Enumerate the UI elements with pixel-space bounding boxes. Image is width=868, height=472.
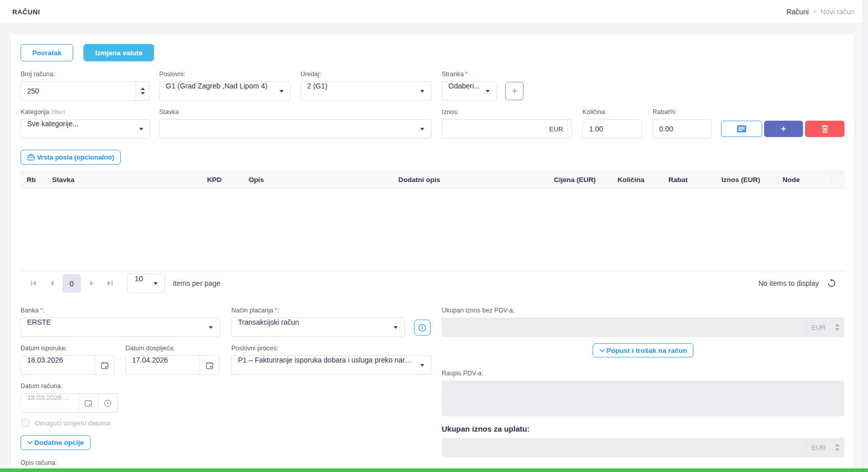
banka-value: ERSTE [21, 318, 209, 336]
iznos-spinner[interactable] [567, 120, 572, 138]
nacin-placanja-select[interactable]: Transakcijski račun [231, 318, 405, 337]
change-currency-button[interactable]: Izmjena valute [83, 44, 154, 61]
bez-pdv-value [442, 318, 806, 336]
add-item-button[interactable]: + [764, 121, 803, 137]
poslovni-proces-select[interactable]: P1 – Fakturiranje isporuka dobara i uslu… [231, 355, 431, 375]
breadcrumb: Računi > Novi račun [786, 8, 855, 16]
poslovni-label: Poslovni: [159, 71, 291, 78]
col-dodatni-opis[interactable]: Dodatni opis [392, 171, 548, 189]
datum-dospijeca-input[interactable]: 17.04.2026 [125, 355, 220, 375]
col-kolicina[interactable]: Količina [612, 171, 662, 189]
chevron-down-icon [420, 364, 424, 367]
kolicina-input[interactable] [582, 119, 642, 139]
rabat-input[interactable] [653, 119, 712, 139]
col-cijena[interactable]: Cijena (EUR) [548, 171, 611, 189]
za-uplatu-spinner [831, 438, 844, 457]
col-spacer [832, 171, 844, 189]
za-uplatu-input: EUR [442, 438, 844, 457]
clock-icon [98, 394, 117, 412]
datum-isporuke-label: Datum isporuke: [20, 345, 115, 352]
poslovni-proces-value: P1 – Fakturiranje isporuka dobara i uslu… [232, 356, 420, 374]
calendar-icon[interactable] [200, 356, 219, 374]
empty-message: No items to display [758, 279, 819, 287]
iznos-value[interactable] [442, 120, 547, 138]
rabat-label: Rabat%: [653, 108, 712, 116]
items-per-page-label: items per page [173, 279, 221, 287]
prev-page-button[interactable] [44, 276, 59, 291]
col-kpd[interactable]: KPD [201, 171, 243, 189]
col-node[interactable]: Node [776, 171, 832, 189]
briefcase-icon [27, 154, 35, 161]
raspis-pdv-label: Raspis PDV-a: [442, 370, 844, 377]
kolicina-value[interactable] [583, 120, 642, 138]
chevron-down-icon [27, 441, 33, 444]
datum-racuna-input: 18.03.2026 15:43 [20, 393, 118, 413]
enable-date-edit-row: Omogući izmjenu datuma [21, 419, 431, 427]
nacin-placanja-label: Način plaćanja*: [231, 307, 405, 314]
current-page-button[interactable]: 0 [62, 274, 81, 293]
stranka-select[interactable]: Odaberi... [442, 81, 497, 101]
broj-racuna-label: Broj računa: [20, 71, 149, 78]
kategorija-select[interactable]: Sve kategorije... [20, 119, 150, 139]
trash-icon [821, 125, 829, 133]
enable-date-edit-checkbox[interactable] [21, 419, 30, 427]
add-stranka-button[interactable]: + [505, 82, 524, 100]
poslovni-select[interactable]: G1 (Grad Zagreb ,Nad Lipom 4) [159, 81, 291, 101]
chevron-down-icon [279, 90, 284, 93]
dodatne-opcije-button[interactable]: Dodatne opcije [20, 435, 91, 450]
vrsta-posla-button[interactable]: Vrsta posla (opcionalno) [20, 150, 121, 165]
chevron-down-icon [209, 326, 213, 329]
calendar-icon[interactable] [95, 356, 114, 374]
bottom-section: Banka*: ERSTE Način plaćanja*: Transakci… [20, 307, 844, 472]
stavka-select[interactable] [159, 119, 431, 139]
delete-item-button[interactable] [805, 121, 844, 137]
col-iznos[interactable]: Iznos (EUR) [715, 171, 776, 189]
za-uplatu-currency: EUR [806, 443, 831, 453]
col-stavka[interactable]: Stavka [46, 171, 201, 189]
page-size-value: 10 [127, 274, 154, 293]
uredaj-label: Uredaj: [300, 71, 431, 78]
kolicina-label: Količina: [582, 108, 642, 116]
col-opis[interactable]: Opis [243, 171, 393, 189]
back-button[interactable]: Povratak [20, 44, 73, 61]
breadcrumb-separator: > [813, 8, 816, 15]
poslovni-value: G1 (Grad Zagreb ,Nad Lipom 4) [160, 82, 279, 100]
last-page-button[interactable] [102, 276, 118, 291]
datum-isporuke-input[interactable]: 18.03.2026 [20, 355, 115, 375]
col-rabat[interactable]: Rabat [662, 171, 715, 189]
bez-pdv-spinner [831, 318, 844, 336]
iznos-label: Iznos: [442, 108, 572, 116]
action-row: Povratak Izmjena valute [20, 44, 844, 61]
payment-column: Banka*: ERSTE Način plaćanja*: Transakci… [20, 307, 431, 472]
page-size-select[interactable]: 10 [127, 274, 165, 293]
first-page-button[interactable] [26, 276, 41, 291]
top-bar: RAČUNI Računi > Novi račun [0, 0, 868, 24]
payment-info-button[interactable] [414, 320, 430, 335]
page-scrollbar[interactable] [863, 0, 868, 472]
broj-racuna-input[interactable] [20, 81, 149, 101]
breadcrumb-root[interactable]: Računi [786, 8, 809, 16]
datum-dospijeca-value: 17.04.2026 [126, 356, 200, 374]
broj-racuna-value[interactable] [21, 82, 136, 100]
rabat-value[interactable] [653, 120, 712, 138]
datum-dospijeca-label: Datum dospijeća: [125, 345, 220, 352]
iznos-currency: EUR [547, 125, 567, 133]
broj-racuna-spinner[interactable] [136, 82, 149, 100]
banka-label: Banka*: [20, 307, 220, 314]
chevron-down-icon [599, 349, 605, 352]
raspis-pdv-box [442, 380, 844, 416]
popust-trosak-button[interactable]: Popust i trošak na račun [593, 343, 694, 357]
stranka-value: Odaberi... [442, 82, 486, 100]
uredaj-select[interactable]: 2 (G1) [300, 81, 431, 101]
datum-racuna-label: Datum računa: [20, 383, 118, 390]
calendar-icon [78, 394, 98, 412]
refresh-icon[interactable] [827, 279, 836, 288]
item-note-button[interactable] [721, 121, 762, 137]
iznos-input[interactable]: EUR [442, 119, 572, 139]
next-page-button[interactable] [84, 276, 99, 291]
col-rb[interactable]: Rb [20, 171, 46, 189]
banka-select[interactable]: ERSTE [20, 318, 220, 337]
form-row-1: Broj računa: Poslovni: G1 (Grad Zagreb ,… [20, 71, 844, 101]
pagination-bar: 0 10 items per page No items to display [20, 271, 844, 296]
form-row-2: Kategorija(filter) Sve kategorije... Sta… [20, 108, 844, 139]
